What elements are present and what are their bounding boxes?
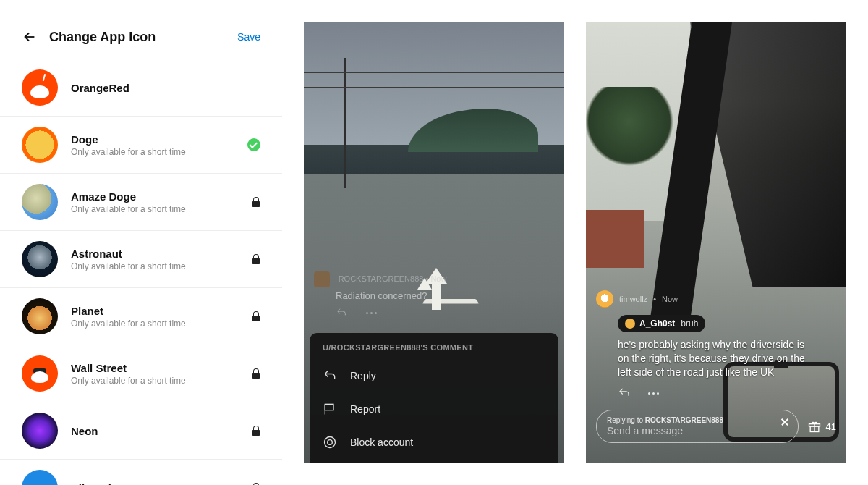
message-input[interactable]: Replying to ROCKSTARGREEN888 Send a mess… (596, 410, 799, 443)
block-icon (323, 435, 337, 450)
lock-icon (252, 368, 260, 379)
comment-avatar (314, 271, 330, 287)
icon-option-wallstreet[interactable]: Wall StreetOnly available for a short ti… (0, 345, 282, 402)
badge-avatar-icon (625, 319, 635, 329)
amazedoge-icon (22, 184, 58, 220)
flag-icon (323, 402, 337, 416)
comment-actions-screen: ROCKSTARGREEN888 • Now Radiation concern… (304, 22, 564, 463)
action-sheet: U/ROCKSTARGREEN888'S COMMENT ReplyReport… (310, 333, 558, 463)
comment-inline-actions (336, 307, 554, 319)
icon-option-amazedoge[interactable]: Amaze DogeOnly available for a short tim… (0, 174, 282, 231)
orangered-icon (22, 69, 58, 106)
save-button[interactable]: Save (237, 31, 260, 43)
comment-inline-actions (618, 387, 836, 400)
selected-check-icon (247, 138, 260, 151)
block-action[interactable]: Block account (310, 426, 558, 459)
svg-point-2 (328, 440, 333, 445)
icon-option-label: Amaze Doge (71, 190, 239, 203)
icon-option-neon[interactable]: Neon (0, 402, 282, 460)
action-label: Report (350, 403, 380, 415)
comment-meta: ROCKSTARGREEN888 • Now (339, 274, 447, 283)
close-icon[interactable] (780, 418, 789, 426)
page-title: Change App Icon (49, 30, 226, 45)
comment-meta: timwollz • Now (596, 290, 836, 308)
doge-icon (22, 127, 58, 163)
gift-icon (807, 419, 822, 434)
reply-arrow-icon[interactable] (336, 307, 347, 319)
award-count: 41 (826, 421, 836, 432)
message-placeholder: Send a message (607, 425, 772, 436)
alienblue-icon (22, 470, 58, 485)
icon-list: OrangeRedDogeOnly available for a short … (0, 59, 282, 485)
comment-body: Radiation concerned? (336, 290, 554, 301)
quoted-user-badge[interactable]: A_Gh0st bruh (618, 315, 705, 332)
lock-icon (252, 197, 260, 207)
settings-header: Change App Icon Save (0, 22, 282, 59)
icon-option-label: Neon (71, 425, 239, 437)
astronaut-icon (22, 241, 58, 277)
lock-icon (252, 426, 260, 436)
svg-rect-0 (325, 404, 333, 410)
icon-option-subtext: Only available for a short time (71, 319, 239, 329)
icon-option-label: Planet (71, 305, 239, 317)
icon-option-subtext: Only available for a short time (71, 261, 239, 271)
report-action[interactable]: Report (310, 392, 558, 426)
icon-option-label: Astronaut (71, 248, 239, 260)
icon-option-orangered[interactable]: OrangeRed (0, 59, 282, 117)
reply-screen: timwollz • Now A_Gh0st bruh he's probabl… (586, 22, 846, 463)
icon-option-subtext: Only available for a short time (71, 204, 239, 214)
icon-option-label: Wall Street (71, 362, 239, 374)
action-label: Reply (350, 370, 376, 381)
floating-comment: ROCKSTARGREEN888 • Now Radiation concern… (314, 271, 554, 319)
more-icon[interactable] (366, 307, 377, 319)
reply-action[interactable]: Reply (310, 359, 558, 392)
back-arrow-icon[interactable] (22, 29, 38, 45)
icon-option-label: Doge (71, 133, 234, 146)
icon-option-subtext: Only available for a short time (71, 376, 239, 386)
action-label: Block account (350, 436, 413, 448)
more-icon[interactable] (648, 387, 659, 400)
neon-icon (22, 413, 58, 449)
icon-option-astronaut[interactable]: AstronautOnly available for a short time (0, 231, 282, 288)
comment-avatar (596, 290, 613, 308)
comment-body: he's probably asking why the driverside … (618, 338, 806, 379)
icon-option-alienblue[interactable]: Alien Blue (0, 460, 282, 485)
replying-to-label: Replying to ROCKSTARGREEN888 (607, 416, 772, 424)
icon-option-doge[interactable]: DogeOnly available for a short time (0, 117, 282, 174)
icon-option-planet[interactable]: PlanetOnly available for a short time (0, 288, 282, 345)
icon-option-subtext: Only available for a short time (71, 147, 234, 157)
lock-icon (252, 311, 260, 321)
lock-icon (252, 254, 260, 264)
award-button[interactable]: 41 (807, 419, 836, 434)
icon-option-label: Alien Blue (71, 482, 239, 486)
planet-icon (22, 298, 58, 334)
reply-icon (323, 368, 337, 383)
action-sheet-header: U/ROCKSTARGREEN888'S COMMENT (310, 333, 558, 359)
reply-arrow-icon[interactable] (618, 387, 631, 400)
icon-option-label: OrangeRed (71, 82, 260, 94)
wallstreet-icon (22, 355, 58, 392)
change-app-icon-screen: Change App Icon Save OrangeRedDogeOnly a… (0, 0, 282, 463)
